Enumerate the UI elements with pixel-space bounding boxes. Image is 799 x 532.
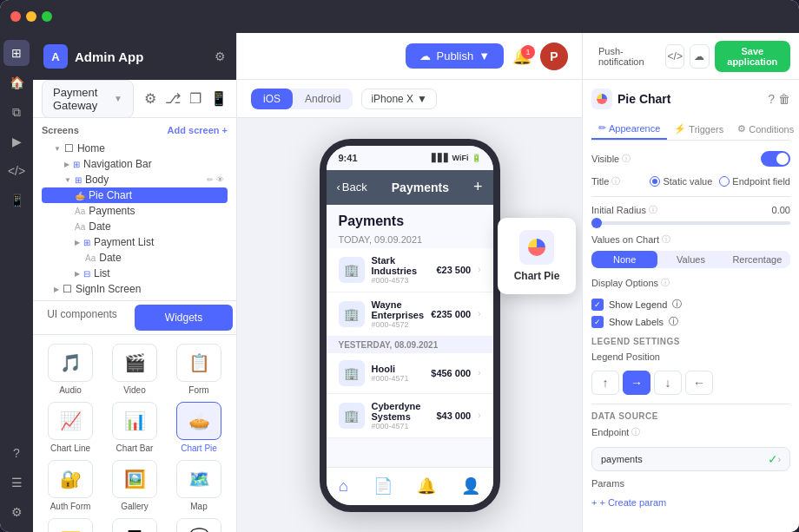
phone-add-btn[interactable]: + xyxy=(473,178,483,196)
sidebar-icon-tablet[interactable]: 📱 xyxy=(3,187,30,213)
share-icon[interactable]: ⎇ xyxy=(165,90,181,107)
tree-item-payment-list[interactable]: ▶ ⊞ Payment List xyxy=(42,234,228,250)
settings-icon[interactable]: ⚙ xyxy=(144,90,156,107)
notification-button[interactable]: 🔔 1 xyxy=(512,47,532,66)
widget-video[interactable]: 🎬 Video xyxy=(106,344,163,395)
title-endpoint-radio[interactable] xyxy=(719,176,730,187)
visible-info-icon[interactable]: ⓘ xyxy=(622,153,631,165)
payment-amount-1: €235 000 xyxy=(431,309,471,319)
project-selector[interactable]: Payment Gateway ▼ xyxy=(42,80,134,118)
widget-map[interactable]: 🗺️ Map xyxy=(170,460,228,511)
legend-pos-top[interactable]: ↑ xyxy=(591,371,619,395)
seg-percentage[interactable]: Rercentage xyxy=(724,251,790,268)
bottom-bell-icon[interactable]: 🔔 xyxy=(417,476,436,496)
tree-item-signin[interactable]: ▶ ☐ SignIn Screen xyxy=(42,281,228,297)
payment-icon-0: 🏢 xyxy=(339,257,365,283)
widget-list-item[interactable]: ☰ List item xyxy=(106,518,163,532)
sidebar-icon-settings[interactable]: ⚙ xyxy=(3,499,30,525)
show-legend-info-icon[interactable]: ⓘ xyxy=(672,298,682,311)
user-avatar[interactable]: P xyxy=(540,43,568,70)
sidebar-icon-home[interactable]: 🏠 xyxy=(3,69,30,95)
payment-item-2[interactable]: 🏢 Hooli #000-4571 $456 000 › xyxy=(327,353,493,394)
minimize-icon[interactable] xyxy=(26,11,36,22)
help-icon[interactable]: ? xyxy=(768,92,775,106)
tree-item-nav[interactable]: ▶ ⊞ Navigation Bar xyxy=(42,156,228,172)
push-notification-tab[interactable]: Push-notification xyxy=(591,42,660,71)
tree-item-home[interactable]: ▼ ☐ Home xyxy=(42,141,228,156)
endpoint-row[interactable]: payments ✓ › xyxy=(591,447,790,471)
tab-triggers[interactable]: ⚡ Triggers xyxy=(667,118,730,140)
display-options-info-icon[interactable]: ⓘ xyxy=(661,277,670,289)
widget-audio[interactable]: 🎵 Audio xyxy=(42,344,99,395)
show-legend-checkbox[interactable]: ✓ xyxy=(591,299,604,311)
show-labels-checkbox[interactable]: ✓ xyxy=(591,316,604,328)
publish-button[interactable]: ☁ Publish ▼ xyxy=(406,43,504,69)
widget-label-chart-bar: Chart Bar xyxy=(116,443,154,453)
legend-pos-right[interactable]: → xyxy=(623,371,650,395)
title-info-icon[interactable]: ⓘ xyxy=(611,175,620,187)
maximize-icon[interactable] xyxy=(42,11,52,22)
tree-item-list[interactable]: ▶ ⊟ List xyxy=(42,266,228,281)
widget-auth-form[interactable]: 🔐 Auth Form xyxy=(42,460,99,511)
widget-chart-bar[interactable]: 📊 Chart Bar xyxy=(106,402,163,453)
title-static-radio[interactable] xyxy=(650,176,660,187)
widget-chart-pie[interactable]: 🥧 Chart Pie xyxy=(170,402,228,453)
widget-comment[interactable]: 💬 Commnet xyxy=(170,518,228,532)
sidebar-icon-play[interactable]: ▶ xyxy=(3,128,30,154)
values-info-icon[interactable]: ⓘ xyxy=(662,233,670,246)
screens-label-row: Screens Add screen + xyxy=(42,125,228,135)
payment-item-3[interactable]: 🏢 Cyberdyne Systems #000-4571 $43 000 › xyxy=(327,394,493,438)
tree-item-date2[interactable]: Aa Date xyxy=(42,250,228,266)
sidebar-icon-code[interactable]: </> xyxy=(3,158,30,184)
preview-btn[interactable]: ☁ xyxy=(690,44,709,69)
bottom-home-icon[interactable]: ⌂ xyxy=(339,477,348,496)
sidebar-icon-help[interactable]: ? xyxy=(3,440,30,466)
widget-gallery[interactable]: 🖼️ Gallery xyxy=(106,460,163,511)
bottom-user-icon[interactable]: 👤 xyxy=(461,476,480,496)
payment-item-0[interactable]: 🏢 Stark Industries #000-4573 €23 500 › xyxy=(327,248,493,292)
payment-item-1[interactable]: 🏢 Wayne Enterprises #000-4572 €235 000 › xyxy=(327,292,493,337)
tab-appearance[interactable]: ✏ Appearence xyxy=(591,118,667,140)
title-static-option[interactable]: Static value xyxy=(650,176,712,187)
close-icon[interactable] xyxy=(10,11,21,22)
widget-form[interactable]: 📋 Form xyxy=(170,344,228,395)
text-icon: Aa xyxy=(75,207,85,216)
tree-item-date1[interactable]: Aa Date xyxy=(42,219,228,234)
tree-item-pie-chart[interactable]: 🥧 Pie Chart xyxy=(42,187,228,203)
tab-ui-components[interactable]: UI components xyxy=(33,301,131,334)
device-selector[interactable]: iPhone X ▼ xyxy=(361,89,437,109)
bottom-chart-icon[interactable]: 📄 xyxy=(373,476,393,496)
initial-radius-info-icon[interactable]: ⓘ xyxy=(649,204,657,216)
widget-chart-line[interactable]: 📈 Chart Line xyxy=(42,402,99,453)
tab-widgets[interactable]: Widgets xyxy=(135,305,233,331)
slider-thumb[interactable] xyxy=(591,218,602,228)
legend-pos-bottom[interactable]: ↓ xyxy=(654,371,682,395)
delete-icon[interactable]: 🗑 xyxy=(778,92,790,106)
seg-none[interactable]: None xyxy=(591,251,657,268)
save-application-button[interactable]: Save application xyxy=(715,41,790,72)
tree-item-body[interactable]: ▼ ⊞ Body ✏ 👁 xyxy=(42,172,228,187)
visible-toggle[interactable] xyxy=(761,151,790,167)
code-editor-btn[interactable]: </> xyxy=(665,44,684,69)
legend-pos-left[interactable]: ← xyxy=(685,371,713,395)
tab-conditions[interactable]: ⚙ Conditions xyxy=(730,118,799,140)
ios-btn[interactable]: iOS xyxy=(251,89,293,109)
back-button[interactable]: ‹ Back xyxy=(337,181,367,194)
endpoint-info-icon[interactable]: ⓘ xyxy=(631,426,640,438)
copy-icon[interactable]: ❐ xyxy=(189,90,201,107)
icon-sidebar: ⊞ 🏠 ⧉ ▶ </> 📱 ? ☰ ⚙ xyxy=(0,33,33,532)
sidebar-icon-layers[interactable]: ⧉ xyxy=(3,99,30,125)
device-icon[interactable]: 📱 xyxy=(210,90,228,107)
sidebar-icon-grid[interactable]: ⊞ xyxy=(3,40,30,66)
seg-values[interactable]: Values xyxy=(657,251,723,268)
sidebar-icon-list[interactable]: ☰ xyxy=(3,470,30,496)
tree-item-payments[interactable]: Aa Payments xyxy=(42,203,228,219)
create-param-btn[interactable]: + + Create param xyxy=(591,497,790,508)
title-endpoint-option[interactable]: Endpoint field xyxy=(719,176,790,187)
show-labels-info-icon[interactable]: ⓘ xyxy=(669,315,678,328)
add-screen-btn[interactable]: Add screen + xyxy=(168,125,228,135)
initial-radius-slider[interactable] xyxy=(591,221,790,225)
android-btn[interactable]: Android xyxy=(293,89,353,109)
widget-card[interactable]: 💳 Card xyxy=(42,518,99,532)
settings-gear-icon[interactable]: ⚙ xyxy=(215,49,226,63)
